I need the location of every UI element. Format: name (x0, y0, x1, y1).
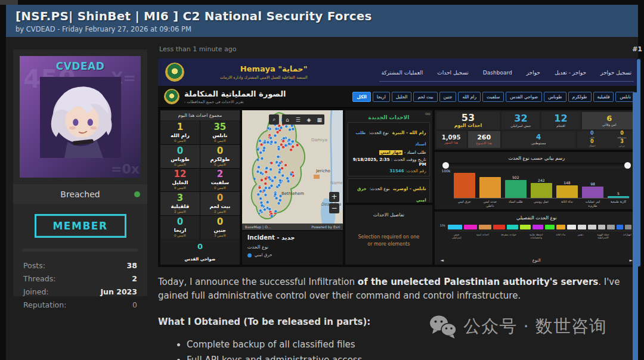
basemap-grid-icon[interactable]: ▦ (314, 114, 324, 125)
incident-pin[interactable] (277, 202, 280, 205)
dash-nav-item[interactable]: حواجز - تعديل (555, 70, 586, 76)
incident-pin[interactable] (256, 170, 259, 173)
prev-arrow-icon[interactable]: ◄ (441, 258, 444, 263)
incident-pin[interactable] (278, 198, 281, 201)
incident-pin[interactable] (286, 177, 289, 180)
layers-icon[interactable]: ◈ (304, 114, 314, 125)
city-filter-button[interactable]: سلفيت (482, 92, 504, 102)
incident-pin[interactable] (269, 168, 272, 171)
dash-nav-item[interactable]: Dashboard (483, 70, 512, 76)
incident-pin[interactable] (263, 208, 266, 211)
zoom-in-button[interactable]: + (329, 192, 339, 202)
dash-nav-item[interactable]: تسجيل حواجز (600, 70, 631, 76)
incident-pin[interactable] (278, 170, 281, 173)
basemap-label[interactable]: BaseMap | O... (245, 225, 271, 229)
incident-pin[interactable] (274, 210, 277, 213)
incident-pin[interactable] (259, 190, 262, 193)
incident-pin[interactable] (281, 174, 284, 177)
avatar-image[interactable] (40, 77, 121, 158)
incident-pin[interactable] (268, 207, 271, 210)
event-card[interactable]: رام الله - البيرةنوع الحدث: طلب اسناد طل… (348, 122, 430, 176)
incident-pin[interactable] (275, 128, 278, 131)
embedded-dashboard-screenshot[interactable]: Hemaya "حماية" المنصة التفاعلية للعمل ال… (158, 58, 641, 267)
incident-pin[interactable] (263, 141, 266, 144)
right-scroll-strip[interactable] (633, 92, 638, 360)
incident-pin[interactable] (262, 147, 265, 150)
incident-pin[interactable] (264, 182, 267, 185)
incident-pin[interactable] (269, 136, 272, 139)
dash-nav-item[interactable]: حواجز (527, 70, 540, 76)
dash-nav-item[interactable]: العمليات المشتركة (382, 70, 423, 76)
city-filter-button[interactable]: طوباس (544, 92, 566, 102)
incident-pin[interactable] (260, 179, 263, 182)
city-filter-button[interactable]: جنين (439, 92, 457, 102)
expand-icon[interactable]: ⧉⧉ (425, 111, 431, 116)
incident-pin[interactable] (277, 147, 280, 150)
incident-pin[interactable] (270, 162, 273, 165)
incident-pin[interactable] (277, 184, 280, 187)
city-filter-button[interactable]: ضواحي القدس (506, 92, 542, 102)
incident-pin[interactable] (258, 186, 261, 189)
incident-pin[interactable] (274, 141, 277, 144)
incident-pin[interactable] (288, 128, 291, 131)
city-filter-button[interactable]: بيت لحم (413, 92, 437, 102)
incident-pin[interactable] (262, 189, 265, 192)
incident-pin[interactable] (274, 134, 277, 137)
avatar-card[interactable]: 450 X= =0x CVDEAD (20, 56, 141, 178)
incident-pin[interactable] (284, 144, 287, 147)
incident-map[interactable]: DamiyaJerichoName AlBethlehemDead Sea ⌕ … (242, 110, 343, 230)
slider-handle-right[interactable] (624, 162, 631, 169)
incident-pin[interactable] (256, 193, 259, 196)
incident-pin[interactable] (259, 197, 262, 200)
incident-pin[interactable] (268, 176, 271, 179)
list-icon[interactable]: ☰ (293, 114, 303, 125)
incident-pin[interactable] (264, 177, 267, 180)
incident-pin[interactable] (261, 204, 264, 207)
incident-pin[interactable] (290, 173, 293, 176)
incident-pin[interactable] (277, 164, 280, 167)
incident-pin[interactable] (280, 143, 283, 146)
incident-pin[interactable] (291, 145, 294, 148)
incident-pin[interactable] (267, 141, 270, 144)
city-filter-button[interactable]: اريحا (373, 92, 390, 102)
incident-pin[interactable] (257, 166, 260, 169)
city-filter-button[interactable]: طولكرم (568, 92, 592, 102)
incident-pin[interactable] (266, 201, 269, 204)
incident-pin[interactable] (270, 141, 273, 144)
incident-pin[interactable] (287, 138, 290, 141)
city-filter-button[interactable]: رام الله (458, 92, 481, 102)
event-card[interactable]: نابلس - اوصريننوع الحدث: خرق امني جيش إس… (348, 178, 430, 203)
incident-pin[interactable] (260, 201, 263, 204)
incident-pin[interactable] (270, 184, 273, 187)
city-filter-all-button[interactable]: الكل (352, 92, 370, 102)
post-number-link[interactable]: #1 (632, 45, 642, 53)
incident-pin[interactable] (287, 142, 290, 145)
slider-handle-left[interactable] (442, 162, 449, 169)
incident-pin[interactable] (274, 176, 277, 179)
incident-pin[interactable] (281, 139, 284, 142)
incident-pin[interactable] (291, 140, 294, 143)
incident-pin[interactable] (284, 125, 287, 128)
search-icon[interactable]: ⌕ (269, 114, 279, 125)
home-icon[interactable]: ⌂ (282, 114, 292, 125)
incident-pin[interactable] (277, 155, 280, 158)
city-filter-button[interactable]: قلقيلية (593, 92, 614, 102)
dash-nav-item[interactable]: تسجيل احداث (437, 70, 469, 76)
incident-pin[interactable] (296, 144, 299, 147)
incident-pin[interactable] (280, 167, 283, 170)
incident-pin[interactable] (265, 170, 268, 173)
incident-pin[interactable] (275, 197, 278, 200)
incident-pin[interactable] (259, 172, 262, 175)
username-link[interactable]: CVDEAD (20, 60, 141, 72)
incident-pin[interactable] (265, 167, 268, 170)
incident-pin[interactable] (275, 161, 278, 164)
incident-pin[interactable] (280, 126, 283, 129)
incident-pin[interactable] (259, 209, 262, 212)
incident-pin[interactable] (278, 179, 281, 182)
incident-pin[interactable] (261, 157, 264, 160)
incident-pin[interactable] (258, 139, 261, 142)
city-filter-button[interactable]: الخليل (392, 92, 412, 102)
incident-pin[interactable] (292, 128, 295, 131)
incident-pin[interactable] (260, 143, 263, 146)
incident-pin[interactable] (289, 148, 292, 151)
